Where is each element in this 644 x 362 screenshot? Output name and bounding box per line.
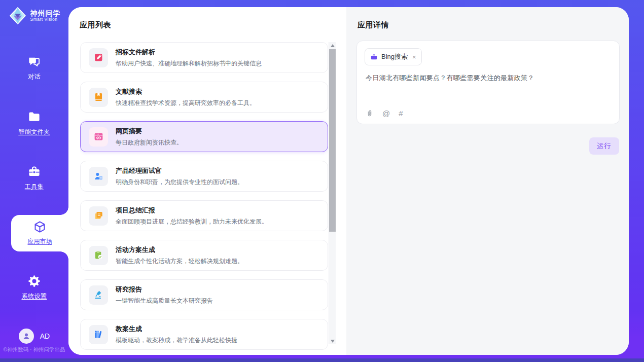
clipboard-check-icon: [89, 246, 108, 265]
main-content: 应用列表 招标文件解析 帮助用户快速、准确地理解和解析招标书中的关键信息: [68, 7, 629, 355]
app-detail-pane: 应用详情 Bing搜索 × 今日湖北有哪些新闻要点？有哪些需要关注的最新政策？ …: [346, 7, 629, 355]
app-card-list: 招标文件解析 帮助用户快速、准确地理解和解析招标书中的关键信息 文献搜索: [80, 42, 328, 355]
app-name: 项目总结汇报: [116, 206, 268, 215]
sidebar-item-smart-folders[interactable]: 智能文件夹: [0, 110, 68, 136]
hash-icon[interactable]: #: [399, 109, 403, 118]
gear-icon: [27, 274, 41, 288]
app-card-research-report[interactable]: 研究报告 一键智能生成高质量长文本研究报告: [80, 279, 328, 310]
scroll-down-icon[interactable]: [329, 338, 336, 344]
paperclip-icon[interactable]: [366, 110, 374, 118]
app-description: 智能生成个性化活动方案，轻松解决规划难题。: [116, 257, 243, 266]
sidebar-item-settings[interactable]: 系统设置: [0, 274, 68, 301]
app-card-event-plan-generator[interactable]: 活动方案生成 智能生成个性化活动方案，轻松解决规划难题。: [80, 240, 328, 271]
prompt-card[interactable]: Bing搜索 × 今日湖北有哪些新闻要点？有哪些需要关注的最新政策？ @ #: [356, 41, 620, 124]
browser-code-icon: [89, 127, 108, 147]
avatar: [19, 329, 34, 344]
scrollbar-thumb[interactable]: [329, 49, 336, 232]
scroll-up-icon[interactable]: [329, 42, 336, 49]
tool-tag-label: Bing搜索: [381, 52, 408, 61]
app-name: 文献搜索: [116, 87, 256, 96]
folder-icon: [27, 110, 41, 124]
brand-subtitle: Smart Vision: [30, 17, 61, 22]
app-name: 网页摘要: [116, 127, 183, 136]
app-card-lesson-plan-generator[interactable]: 教案生成 模板驱动，教案秒成，教学准备从此轻松快捷: [80, 319, 328, 350]
window-bottom-edge: [0, 358, 644, 362]
app-card-project-summary-report[interactable]: 项目总结汇报 全面回顾项目进展，总结经验教训，助力未来优化发展。: [80, 200, 328, 231]
sidebar-item-chat[interactable]: 对话: [0, 55, 68, 81]
app-detail-title: 应用详情: [357, 20, 389, 30]
app-card-web-summary[interactable]: 网页摘要 每日政府新闻资讯快查。: [80, 121, 328, 152]
brand-logo: 神州问学 Smart Vision: [0, 6, 68, 25]
app-name: 教案生成: [116, 324, 237, 334]
briefcase-icon: [370, 53, 378, 61]
interviewer-icon: [89, 167, 108, 186]
app-description: 模板驱动，教案秒成，教学准备从此轻松快捷: [116, 336, 237, 345]
app-name: 活动方案生成: [116, 245, 243, 255]
app-name: 产品经理面试官: [116, 166, 243, 175]
app-list-pane: 应用列表 招标文件解析 帮助用户快速、准确地理解和解析招标书中的关键信息: [68, 7, 346, 355]
app-description: 每日政府新闻资讯快查。: [116, 138, 183, 147]
app-description: 快速精准查找学术资源，提高研究效率的必备工具。: [116, 99, 256, 107]
gem-logo-icon: [8, 6, 27, 25]
sidebar: 神州问学 Smart Vision 对话 智能文件夹: [0, 0, 68, 362]
input-toolbar: @ #: [366, 109, 403, 118]
sticky-notes-icon: [89, 206, 108, 226]
sidebar-item-label: 对话: [28, 73, 41, 80]
sidebar-item-label: 工具集: [25, 183, 44, 190]
toolbox-icon: [27, 165, 41, 178]
app-card-literature-search[interactable]: 文献搜索 快速精准查找学术资源，提高研究效率的必备工具。: [80, 82, 328, 113]
user-account[interactable]: AD: [0, 329, 68, 344]
app-description: 全面回顾项目进展，总结经验教训，助力未来优化发展。: [116, 218, 268, 226]
copyright-footer: ©神州数码 · 神州问学出品: [0, 346, 68, 353]
run-button[interactable]: 运行: [589, 137, 619, 155]
app-description: 一键智能生成高质量长文本研究报告: [116, 297, 213, 305]
books-icon: [89, 325, 108, 344]
mention-icon[interactable]: @: [382, 109, 390, 118]
app-window: 神州问学 Smart Vision 对话 智能文件夹: [0, 0, 644, 362]
document-edit-icon: [89, 48, 108, 67]
app-list-title: 应用列表: [80, 20, 111, 30]
sidebar-item-label: 系统设置: [22, 293, 47, 300]
sidebar-item-toolset[interactable]: 工具集: [0, 165, 68, 191]
chat-icon: [27, 55, 41, 68]
app-name: 研究报告: [116, 285, 213, 294]
sidebar-item-app-market[interactable]: 应用市场: [11, 215, 68, 251]
app-list-scrollbar[interactable]: [329, 42, 336, 344]
query-text[interactable]: 今日湖北有哪些新闻要点？有哪些需要关注的最新政策？: [366, 74, 611, 83]
app-name: 招标文件解析: [116, 48, 262, 57]
person-icon: [22, 332, 31, 341]
user-initials: AD: [40, 332, 50, 340]
cube-icon: [33, 220, 47, 234]
microscope-icon: [89, 285, 108, 305]
app-description: 帮助用户快速、准确地理解和解析招标书中的关键信息: [116, 59, 262, 68]
close-icon[interactable]: ×: [412, 54, 416, 60]
app-card-bid-document-analysis[interactable]: 招标文件解析 帮助用户快速、准确地理解和解析招标书中的关键信息: [80, 42, 328, 73]
tool-tag-bing-search[interactable]: Bing搜索 ×: [365, 48, 422, 65]
app-description: 明确身份和职责，为您提供专业性的面试问题。: [116, 178, 243, 187]
sidebar-item-label: 智能文件夹: [18, 128, 50, 135]
app-card-pm-interviewer[interactable]: 产品经理面试官 明确身份和职责，为您提供专业性的面试问题。: [80, 161, 328, 192]
sidebar-item-label: 应用市场: [28, 238, 52, 245]
book-icon: [89, 88, 108, 107]
brand-name: 神州问学: [30, 10, 61, 17]
